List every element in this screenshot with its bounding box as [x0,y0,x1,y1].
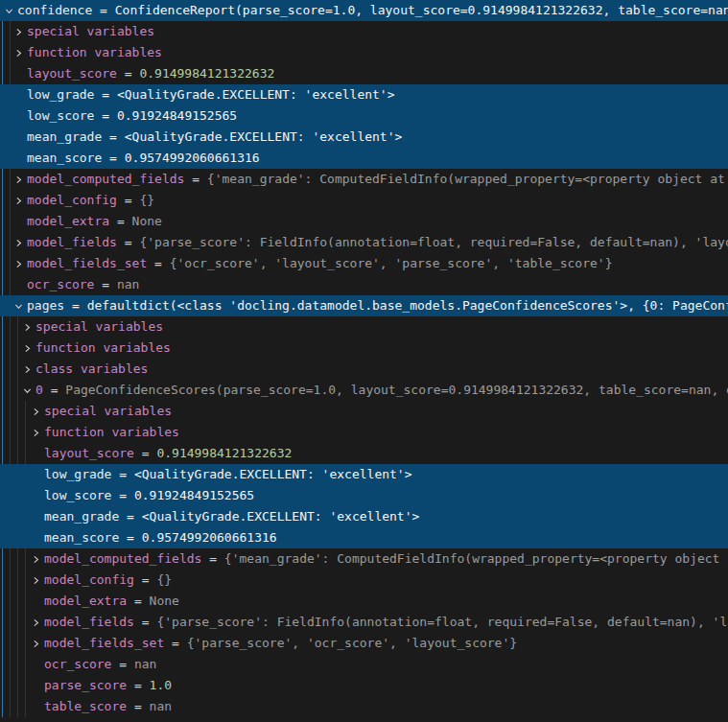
tree-row-variable[interactable]: table_score = nan [0,696,728,717]
variable-value: 1.0 [150,675,172,696]
variable-name: parse_score [44,675,127,696]
variable-name: model_fields_set [44,633,164,654]
tree-row-section[interactable]: special variables [0,401,728,422]
equals-sign: = [134,443,156,464]
tree-row-variable[interactable]: model_fields_set = {'parse_score', 'ocr_… [0,633,728,654]
equals-sign: = [109,211,131,232]
variable-value: nan [150,696,172,717]
twistie-spacer [14,63,27,84]
equals-sign: = [111,464,133,485]
equals-sign: = [111,654,133,675]
tree-row-variable[interactable]: low_grade = <QualityGrade.EXCELLENT: 'ex… [0,464,728,485]
tree-row-variable[interactable]: parse_score = 1.0 [0,675,728,696]
chevron-right-icon[interactable] [23,316,35,338]
tree-row-variable[interactable]: mean_grade = <QualityGrade.EXCELLENT: 'e… [0,506,728,527]
chevron-down-icon[interactable] [23,380,35,401]
tree-row-variable[interactable]: low_score = 0.91924849152565 [0,105,728,127]
tree-row-variable[interactable]: ocr_score = nan [0,654,728,675]
tree-row-section[interactable]: special variables [0,21,728,42]
tree-row-variable[interactable]: model_fields_set = {'ocr_score', 'layout… [0,253,728,274]
tree-row-variable[interactable]: mean_score = 0.9574992060661316 [0,527,728,548]
chevron-right-icon[interactable] [32,612,44,633]
tree-row-variable[interactable]: model_computed_fields = {'mean_grade': C… [0,169,728,190]
variable-value: <QualityGrade.EXCELLENT: 'excellent'> [125,127,403,148]
tree-row-variable[interactable]: layout_score = 0.9149984121322632 [0,63,728,84]
variable-name: model_fields_set [27,253,147,274]
equals-sign: = [184,169,206,190]
chevron-down-icon[interactable] [5,0,17,21]
chevron-right-icon[interactable] [14,232,27,253]
variable-value: nan [134,654,156,675]
tree-row-section[interactable]: function variables [0,42,728,63]
chevron-right-icon[interactable] [23,359,35,380]
tree-row-variable[interactable]: ocr_score = nan [0,274,728,295]
variable-value: 0.91924849152565 [134,485,254,506]
debug-variables-tree: confidence = ConfidenceReport(parse_scor… [0,0,728,722]
variable-name: ocr_score [44,654,111,675]
variable-value: {'mean_grade': ComputedFieldInfo(wrapped… [224,548,728,570]
twistie-spacer [32,591,44,612]
chevron-right-icon[interactable] [14,253,27,274]
tree-row-variable[interactable]: model_computed_fields = {'mean_grade': C… [0,548,728,570]
tree-row-variable[interactable]: mean_score = 0.9574992060661316 [0,148,728,169]
variable-name: model_extra [27,211,109,232]
equals-sign: = [201,548,223,570]
twistie-spacer [14,211,27,232]
chevron-right-icon[interactable] [32,570,44,591]
tree-row-section[interactable]: special variables [0,316,728,338]
chevron-right-icon[interactable] [14,21,27,42]
tree-row-variable[interactable]: mean_grade = <QualityGrade.EXCELLENT: 'e… [0,127,728,148]
tree-row-variable[interactable]: low_grade = <QualityGrade.EXCELLENT: 'ex… [0,84,728,105]
chevron-right-icon[interactable] [32,401,44,422]
chevron-right-icon[interactable] [32,548,44,570]
chevron-right-icon[interactable] [14,42,27,63]
tree-row-variable[interactable]: model_extra = None [0,591,728,612]
variable-value: {'parse_score': FieldInfo(annotation=flo… [139,232,728,253]
variable-value: defaultdict(<class 'docling.datamodel.ba… [87,295,728,316]
tree-row-variable[interactable]: low_score = 0.91924849152565 [0,485,728,506]
tree-row-variable[interactable]: model_fields = {'parse_score': FieldInfo… [0,232,728,253]
variable-value: {'mean_grade': ComputedFieldInfo(wrapped… [207,169,725,190]
equals-sign: = [119,506,141,527]
equals-sign: = [134,570,156,591]
chevron-right-icon[interactable] [32,422,44,443]
variable-name: model_fields [44,612,134,633]
variable-value: {'parse_score': FieldInfo(annotation=flo… [156,612,728,633]
variable-value: {'parse_score', 'ocr_score', 'layout_sco… [187,633,517,654]
chevron-down-icon[interactable] [14,295,27,316]
variable-name: 0 [35,380,43,401]
section-label: function variables [27,42,162,63]
equals-sign: = [43,380,65,401]
tree-row-variable[interactable]: model_config = {} [0,570,728,591]
variable-value: nan [117,274,139,295]
tree-row-variable[interactable]: pages = defaultdict(<class 'docling.data… [0,295,728,316]
variable-name: ocr_score [27,274,94,295]
equals-sign: = [111,485,133,506]
tree-row-variable[interactable]: model_fields = {'parse_score': FieldInfo… [0,612,728,633]
section-label: class variables [35,359,148,380]
twistie-spacer [32,527,44,548]
tree-row-variable[interactable]: layout_score = 0.9149984121322632 [0,443,728,464]
variable-value: 0.9149984121322632 [156,443,292,464]
tree-row-variable[interactable]: 0 = PageConfidenceScores(parse_score=1.0… [0,380,728,401]
tree-row-variable[interactable]: model_config = {} [0,190,728,211]
twistie-spacer [32,506,44,527]
equals-sign: = [127,675,149,696]
variable-value: {} [139,190,154,211]
chevron-right-icon[interactable] [23,338,35,359]
tree-row-variable[interactable]: model_extra = None [0,211,728,232]
tree-row-section[interactable]: function variables [0,422,728,443]
equals-sign: = [94,274,116,295]
tree-row-section[interactable]: class variables [0,359,728,380]
section-label: function variables [44,422,179,443]
chevron-right-icon[interactable] [14,169,27,190]
tree-row-section[interactable]: function variables [0,338,728,359]
chevron-right-icon[interactable] [14,190,27,211]
twistie-spacer [14,148,27,169]
chevron-right-icon[interactable] [32,633,44,654]
variable-value: PageConfidenceScores(parse_score=1.0, la… [65,380,728,401]
variable-name: model_computed_fields [44,548,201,570]
tree-row-variable[interactable]: confidence = ConfidenceReport(parse_scor… [0,0,728,21]
equals-sign: = [94,105,116,127]
variable-name: low_score [44,485,111,506]
